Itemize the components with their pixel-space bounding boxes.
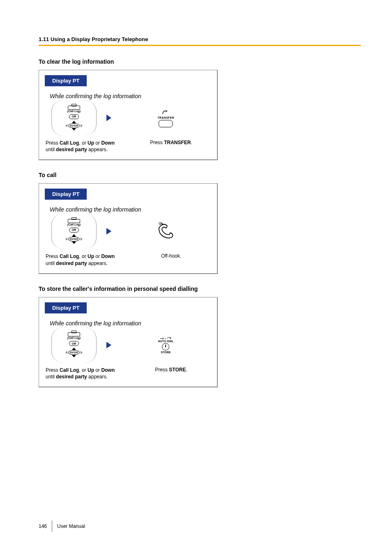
call-log-navigator-icon: (Call Log) OR ENTER [51, 100, 97, 136]
context-line: While confirming the log information [50, 320, 210, 327]
call-log-button-icon: (Call Log) [67, 332, 81, 339]
store-label: STORE [161, 351, 171, 354]
panel-store-speed-dial: Display PT While confirming the log info… [39, 297, 218, 387]
caption-step1: Press Call Log, or Up or Down until desi… [46, 140, 132, 153]
or-pill-icon: OR [69, 114, 79, 119]
doc-title: User Manual [57, 523, 85, 529]
step-1: (Call Log) OR ENTER [46, 327, 97, 363]
step-2: AUTO DIAL STORE [121, 327, 210, 363]
display-pt-pill: Display PT [45, 302, 87, 313]
steps-row: (Call Log) OR ENTER [46, 214, 210, 249]
display-pt-pill: Display PT [45, 75, 87, 86]
arrow-right-icon [101, 214, 117, 249]
caption-step1: Press Call Log, or Up or Down until desi… [46, 367, 132, 380]
step-1: (Call Log) OR ENTER [46, 214, 97, 249]
step-2: TRANSFER [121, 100, 210, 136]
subheading-to-call: To call [39, 172, 361, 178]
caption-step2: Press STORE. [132, 367, 210, 380]
transfer-button-icon: TRANSFER [157, 109, 174, 127]
arrow-right-icon [101, 100, 117, 136]
footer-separator [52, 520, 52, 532]
auto-dial-label: AUTO DIAL [158, 340, 174, 343]
or-pill-icon: OR [69, 341, 79, 346]
arrow-right-icon [101, 327, 117, 363]
section-header: 1.11 Using a Display Proprietary Telepho… [39, 36, 361, 42]
call-log-label: (Call Log) [67, 110, 81, 113]
caption-row: Press Call Log, or Up or Down until desi… [46, 367, 210, 380]
subheading-store-speed-dial: To store the caller's information in per… [39, 286, 361, 292]
context-line: While confirming the log information [50, 93, 210, 99]
section-title: Using a Display Proprietary Telephone [51, 36, 148, 42]
off-hook-phone-icon [157, 222, 175, 240]
auto-dial-store-button-icon: AUTO DIAL STORE [158, 336, 174, 354]
call-log-label: (Call Log) [67, 336, 81, 339]
call-log-button-icon: (Call Log) [67, 219, 81, 226]
call-log-navigator-icon: (Call Log) OR ENTER [51, 327, 97, 363]
steps-row: (Call Log) OR ENTER TRANSFER [46, 100, 210, 136]
transfer-label: TRANSFER [157, 116, 174, 119]
navigator-enter-icon: ENTER [65, 348, 83, 357]
or-pill-icon: OR [69, 228, 79, 233]
step-2 [121, 214, 210, 249]
call-log-navigator-icon: (Call Log) OR ENTER [51, 214, 97, 249]
panel-to-call: Display PT While confirming the log info… [39, 183, 218, 274]
caption-step2: Off-hook. [132, 253, 210, 266]
navigator-enter-icon: ENTER [65, 234, 83, 244]
context-line: While confirming the log information [50, 206, 210, 213]
subheading-clear-log: To clear the log information [39, 58, 361, 65]
section-number: 1.11 [39, 36, 49, 42]
panel-clear-log: Display PT While confirming the log info… [39, 70, 218, 160]
call-log-button-icon: (Call Log) [67, 106, 81, 113]
navigator-enter-icon: ENTER [65, 121, 83, 131]
footer: 146 User Manual [39, 520, 85, 532]
page-number: 146 [39, 523, 47, 529]
caption-row: Press Call Log, or Up or Down until desi… [46, 140, 210, 153]
caption-step2: Press TRANSFER. [132, 140, 210, 153]
accent-bar [39, 45, 361, 46]
caption-step1: Press Call Log, or Up or Down until desi… [46, 253, 132, 266]
call-log-label: (Call Log) [67, 223, 81, 226]
svg-point-0 [165, 338, 166, 339]
steps-row: (Call Log) OR ENTER AUTO DIAL STORE [46, 327, 210, 363]
display-pt-pill: Display PT [45, 189, 87, 200]
step-1: (Call Log) OR ENTER [46, 100, 97, 136]
caption-row: Press Call Log, or Up or Down until desi… [46, 253, 210, 266]
